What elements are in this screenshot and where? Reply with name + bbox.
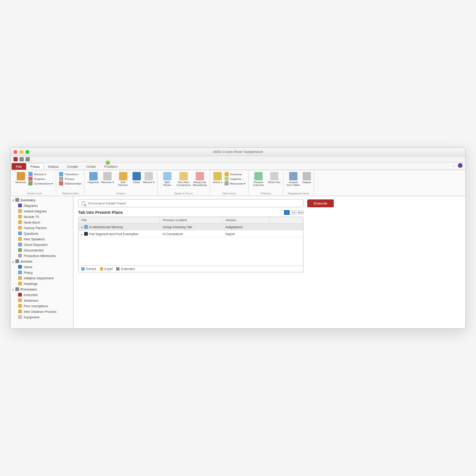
- ribbon-label: Primary: [65, 178, 74, 180]
- ribbon-button[interactable]: Sections: [15, 172, 26, 184]
- chevron-down-icon[interactable]: ⌄: [452, 164, 455, 167]
- col-file[interactable]: File: [79, 217, 160, 223]
- ribbon-button[interactable]: Primary: [59, 177, 81, 181]
- col-content[interactable]: Process Content: [160, 217, 223, 223]
- item-icon: [18, 243, 22, 246]
- footer-action[interactable]: Extract: [81, 267, 96, 271]
- ribbon-button[interactable]: Organize: [225, 177, 245, 181]
- sidebar-section[interactable]: Processes: [11, 286, 73, 292]
- ribbon-button[interactable]: Transitions: [59, 172, 81, 176]
- avatar[interactable]: [458, 163, 463, 168]
- ribbon-icon: [163, 172, 172, 180]
- tab-status[interactable]: Status: [44, 163, 63, 170]
- item-icon: [18, 276, 22, 280]
- sidebar-item[interactable]: Prior Inscriptions: [11, 303, 73, 309]
- tool-item-button[interactable]: Item: [298, 210, 304, 215]
- tab-press[interactable]: Press: [26, 163, 44, 170]
- app-window: 2020 Crown River Suspension File Press S…: [10, 147, 466, 329]
- item-icon: [18, 304, 22, 308]
- ribbon-button[interactable]: Edit Record: [116, 172, 130, 186]
- sidebar-item[interactable]: Node Bond: [11, 219, 73, 225]
- sidebar-section[interactable]: Archive: [11, 258, 73, 264]
- close-icon[interactable]: [13, 150, 17, 154]
- sidebar-section-label: Archive: [20, 260, 33, 263]
- expand-icon[interactable]: ▸: [81, 232, 83, 236]
- ribbon-icon: [289, 172, 298, 180]
- folder-icon: [15, 287, 19, 291]
- ribbon-button[interactable]: Organize: [87, 172, 99, 184]
- ribbon-button[interactable]: Split Panes: [160, 172, 174, 186]
- ribbon-button[interactable]: Access from Table: [286, 172, 300, 186]
- sidebar-item[interactable]: Piracy: [11, 270, 73, 275]
- table-row[interactable]: ▸Full Segment and Post ExemptionIn Corre…: [79, 231, 303, 238]
- item-icon: [18, 254, 22, 258]
- ribbon: SectionsWindow ▾ProgressCombinations ▾Se…: [11, 170, 465, 196]
- expand-icon[interactable]: ▸: [81, 225, 83, 229]
- undo-icon[interactable]: [26, 157, 30, 161]
- sidebar-item[interactable]: Equipment: [11, 314, 73, 320]
- ribbon-button[interactable]: Remove ▾: [101, 172, 114, 184]
- sidebar-item[interactable]: Instant Diagram: [11, 208, 73, 214]
- sidebar-item[interactable]: Headings: [11, 281, 73, 286]
- tab-position[interactable]: Position: [100, 163, 122, 170]
- item-icon: [18, 226, 22, 230]
- ribbon-icon: [59, 181, 63, 185]
- ribbon-label: Split Panes: [160, 181, 174, 186]
- ribbon-label: Progress: [34, 178, 45, 180]
- sidebar-item[interactable]: Factory Parsers: [11, 225, 73, 231]
- sidebar: SummaryDiagramsInstant DiagramModule T5N…: [11, 196, 73, 328]
- sidebar-item[interactable]: Inter Distance Process: [11, 309, 73, 314]
- sidebar-item[interactable]: Module T5: [11, 214, 73, 219]
- ribbon-button[interactable]: Present Columns: [251, 172, 265, 186]
- maximize-icon[interactable]: [26, 150, 29, 154]
- tab-create[interactable]: Create: [63, 163, 82, 170]
- sidebar-item[interactable]: Disconnected: [11, 247, 73, 253]
- ribbon-button[interactable]: Resources ▾: [225, 181, 245, 185]
- tool-layout-button[interactable]: □: [284, 210, 290, 215]
- sidebar-item[interactable]: Initiative Department: [11, 275, 73, 281]
- sidebar-item[interactable]: Executive: [11, 292, 73, 298]
- footer-action[interactable]: Expel: [100, 267, 113, 271]
- ribbon-button[interactable]: Alerts ▾: [213, 172, 222, 184]
- group-title: Resources: [213, 192, 245, 195]
- footer-action[interactable]: Extended: [116, 267, 135, 271]
- group-title: Actions: [87, 192, 154, 195]
- tab-order[interactable]: Order: [82, 163, 100, 170]
- ribbon-button[interactable]: Clean: [132, 172, 141, 184]
- action-label: Extract: [86, 267, 96, 271]
- ribbon-button[interactable]: Distribute: [225, 172, 245, 176]
- sidebar-item[interactable]: Questions: [11, 231, 73, 236]
- sidebar-item-label: Questions: [24, 232, 39, 235]
- table-row[interactable]: ▸In-dimensional MemoryGroup Inventory Ta…: [79, 224, 303, 231]
- sidebar-item[interactable]: Cloud Disposers: [11, 242, 73, 247]
- ribbon-button[interactable]: Text Alert Conversion: [177, 172, 191, 186]
- ribbon-button[interactable]: Relationships: [59, 181, 81, 185]
- ribbon-button[interactable]: Depart: [303, 172, 311, 184]
- ribbon-label: Clean: [133, 181, 140, 184]
- ribbon-button[interactable]: Window ▾: [28, 172, 53, 176]
- sidebar-item[interactable]: Advanced: [11, 298, 73, 303]
- execute-button[interactable]: Execute: [307, 199, 334, 207]
- sidebar-section[interactable]: Summary: [11, 197, 73, 203]
- item-icon: [18, 231, 22, 235]
- sidebar-item[interactable]: Production Milestones: [11, 253, 73, 258]
- action-icon: [81, 267, 85, 271]
- ribbon-button[interactable]: Show Info: [268, 172, 280, 184]
- tool-a2-button[interactable]: A2: [291, 210, 297, 215]
- ribbon-button[interactable]: Record ▾: [143, 172, 154, 184]
- cell-version: Adaptations: [223, 224, 269, 230]
- search-input[interactable]: [88, 201, 300, 205]
- ribbon-button[interactable]: Progress: [28, 177, 53, 181]
- save-icon[interactable]: [20, 157, 24, 161]
- minimize-icon[interactable]: [20, 150, 23, 154]
- tab-file[interactable]: File: [12, 163, 26, 170]
- col-version[interactable]: Version: [223, 217, 269, 223]
- search-box[interactable]: [78, 199, 304, 207]
- sidebar-item[interactable]: Inter Speakers: [11, 236, 73, 242]
- ribbon-button[interactable]: Combinations ▾: [28, 181, 53, 185]
- sidebar-item[interactable]: Views: [11, 264, 73, 270]
- sidebar-item[interactable]: Diagrams: [11, 203, 73, 208]
- sidebar-item-label: Initiative Department: [24, 277, 53, 280]
- ribbon-button[interactable]: Response Reordering: [193, 172, 207, 186]
- ribbon-group: Present ColumnsShow InfoFiltering: [249, 171, 284, 195]
